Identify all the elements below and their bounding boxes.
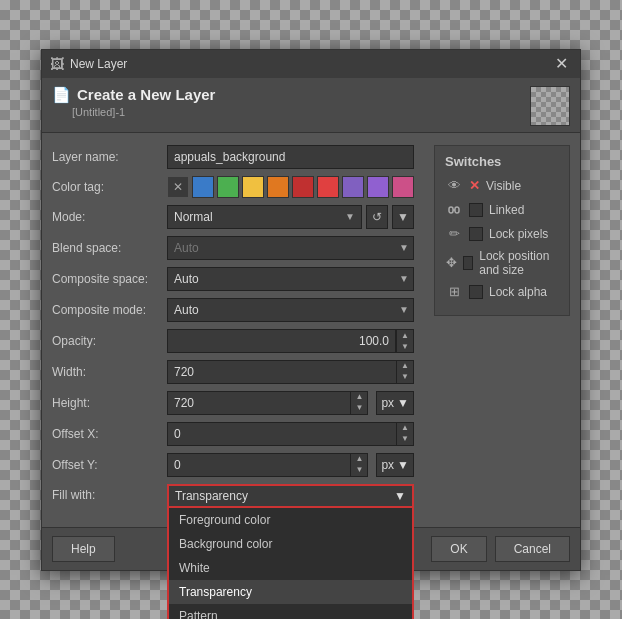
- lock-alpha-icon: ⊞: [445, 283, 463, 301]
- offset-y-unit-value: px: [381, 458, 394, 472]
- color-swatch-red-dark[interactable]: [292, 176, 314, 198]
- lock-pixels-checkbox[interactable]: [469, 227, 483, 241]
- offset-y-arrows: ▲ ▼: [351, 453, 368, 477]
- lock-position-label: Lock position and size: [479, 249, 559, 277]
- opacity-input[interactable]: 100.0: [167, 329, 396, 353]
- composite-space-value: Auto: [174, 272, 199, 286]
- svg-rect-0: [449, 207, 453, 213]
- fill-option-transparency[interactable]: Transparency: [169, 580, 412, 604]
- color-tag-row: Color tag: ✕: [52, 176, 414, 198]
- blend-space-value: Auto: [174, 241, 199, 255]
- offset-x-arrows: ▲ ▼: [397, 422, 414, 446]
- fill-select-button[interactable]: Transparency ▼: [167, 484, 414, 508]
- layer-name-input[interactable]: appuals_background: [167, 145, 414, 169]
- fill-option-background[interactable]: Background color: [169, 532, 412, 556]
- opacity-arrows: ▲ ▼: [396, 329, 414, 353]
- height-up-btn[interactable]: ▲: [351, 392, 367, 403]
- offset-y-spinbox: 0 ▲ ▼: [167, 453, 368, 477]
- lock-pixels-label: Lock pixels: [489, 227, 548, 241]
- dialog-title-text: Create a New Layer: [77, 86, 215, 103]
- mode-reset-btn[interactable]: ↺: [366, 205, 388, 229]
- composite-space-arrow: ▼: [399, 273, 409, 284]
- offset-x-label: Offset X:: [52, 427, 167, 441]
- mode-arrow: ▼: [345, 211, 355, 222]
- linked-icon: [445, 201, 463, 219]
- composite-mode-label: Composite mode:: [52, 303, 167, 317]
- opacity-up-btn[interactable]: ▲: [397, 330, 413, 341]
- color-swatch-violet[interactable]: [367, 176, 389, 198]
- offset-y-unit-select[interactable]: px ▼: [376, 453, 414, 477]
- window-title: New Layer: [70, 57, 127, 71]
- opacity-down-btn[interactable]: ▼: [397, 341, 413, 352]
- offset-y-input[interactable]: 0: [167, 453, 351, 477]
- switch-lock-position-row: ✥ Lock position and size: [445, 249, 559, 277]
- fill-with-row: Fill with: Transparency ▼ Foreground col…: [52, 484, 414, 508]
- dialog-header: 📄 Create a New Layer [Untitled]-1: [42, 78, 580, 133]
- blend-space-arrow: ▼: [399, 242, 409, 253]
- layer-name-row: Layer name: appuals_background: [52, 145, 414, 169]
- blend-space-control: Auto ▼: [167, 236, 414, 260]
- dialog-title-icon: 📄: [52, 86, 71, 104]
- offset-y-control: 0 ▲ ▼ px ▼: [167, 453, 414, 477]
- height-down-btn[interactable]: ▼: [351, 403, 367, 414]
- new-layer-window: 🖼 New Layer ✕ 📄 Create a New Layer [Unti…: [41, 49, 581, 571]
- lock-pixels-icon: ✏: [445, 225, 463, 243]
- right-panel: Switches 👁 ✕ Visible: [434, 145, 570, 515]
- composite-mode-value: Auto: [174, 303, 199, 317]
- color-tag-x[interactable]: ✕: [167, 176, 189, 198]
- offset-y-up-btn[interactable]: ▲: [351, 454, 367, 465]
- fill-option-pattern[interactable]: Pattern: [169, 604, 412, 620]
- width-down-btn[interactable]: ▼: [397, 372, 413, 383]
- lock-alpha-checkbox[interactable]: [469, 285, 483, 299]
- offset-x-up-btn[interactable]: ▲: [397, 423, 413, 434]
- color-swatch-red[interactable]: [317, 176, 339, 198]
- height-control: 720 ▲ ▼ px ▼: [167, 391, 414, 415]
- layer-preview: [530, 86, 570, 126]
- fill-select-wrapper: Transparency ▼ Foreground color Backgrou…: [167, 484, 414, 508]
- width-control: 720 ▲ ▼: [167, 360, 414, 384]
- window-icon: 🖼: [50, 56, 64, 72]
- color-swatch-yellow[interactable]: [242, 176, 264, 198]
- composite-space-label: Composite space:: [52, 272, 167, 286]
- dialog-content: Layer name: appuals_background Color tag…: [42, 133, 580, 527]
- fill-option-white[interactable]: White: [169, 556, 412, 580]
- opacity-row: Opacity: 100.0 ▲ ▼: [52, 329, 414, 353]
- color-swatch-pink[interactable]: [392, 176, 414, 198]
- width-up-btn[interactable]: ▲: [397, 361, 413, 372]
- height-unit-select[interactable]: px ▼: [376, 391, 414, 415]
- color-swatch-green[interactable]: [217, 176, 239, 198]
- left-panel: Layer name: appuals_background Color tag…: [52, 145, 414, 515]
- visible-x-mark[interactable]: ✕: [469, 178, 480, 193]
- mode-select[interactable]: Normal ▼: [167, 205, 362, 229]
- close-button[interactable]: ✕: [551, 56, 572, 72]
- color-swatch-purple[interactable]: [342, 176, 364, 198]
- linked-checkbox[interactable]: [469, 203, 483, 217]
- color-swatch-orange[interactable]: [267, 176, 289, 198]
- color-swatch-blue[interactable]: [192, 176, 214, 198]
- height-unit-value: px: [381, 396, 394, 410]
- offset-x-down-btn[interactable]: ▼: [397, 434, 413, 445]
- composite-space-select[interactable]: Auto ▼: [167, 267, 414, 291]
- width-input[interactable]: 720: [167, 360, 397, 384]
- height-input[interactable]: 720: [167, 391, 351, 415]
- fill-option-foreground[interactable]: Foreground color: [169, 508, 412, 532]
- fill-dropdown: Foreground color Background color White …: [167, 508, 414, 620]
- offset-y-down-btn[interactable]: ▼: [351, 465, 367, 476]
- help-button[interactable]: Help: [52, 536, 115, 562]
- mode-row: Mode: Normal ▼ ↺ ▼: [52, 205, 414, 229]
- blend-space-select[interactable]: Auto ▼: [167, 236, 414, 260]
- color-tag-label: Color tag:: [52, 180, 167, 194]
- switch-lock-pixels-row: ✏ Lock pixels: [445, 225, 559, 243]
- composite-space-control: Auto ▼: [167, 267, 414, 291]
- composite-mode-select[interactable]: Auto ▼: [167, 298, 414, 322]
- mode-control: Normal ▼ ↺ ▼: [167, 205, 414, 229]
- cancel-button[interactable]: Cancel: [495, 536, 570, 562]
- width-label: Width:: [52, 365, 167, 379]
- opacity-row-inner: 100.0 ▲ ▼: [167, 329, 414, 353]
- visible-icon: 👁: [445, 177, 463, 195]
- mode-extra-btn[interactable]: ▼: [392, 205, 414, 229]
- svg-rect-1: [455, 207, 459, 213]
- ok-button[interactable]: OK: [431, 536, 486, 562]
- lock-position-checkbox[interactable]: [463, 256, 473, 270]
- offset-x-input[interactable]: 0: [167, 422, 397, 446]
